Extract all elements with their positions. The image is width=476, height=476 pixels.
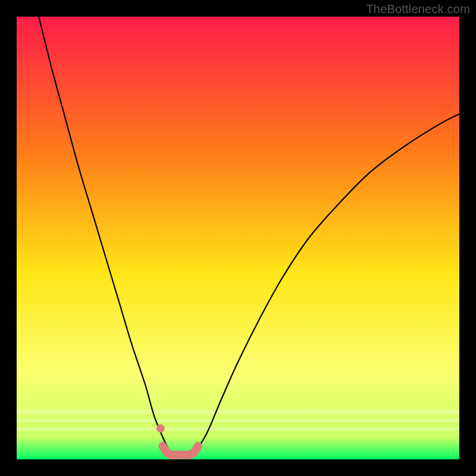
gradient-background [17,17,459,459]
watermark-text: TheBottleneck.com [366,2,470,16]
svg-rect-2 [17,427,459,431]
bottom-banding [17,409,459,431]
chart-svg [17,17,459,459]
svg-rect-1 [17,419,459,422]
salmon-dot [156,424,165,433]
chart-frame: TheBottleneck.com [0,0,476,476]
svg-rect-0 [17,409,459,414]
plot-area [17,17,459,459]
